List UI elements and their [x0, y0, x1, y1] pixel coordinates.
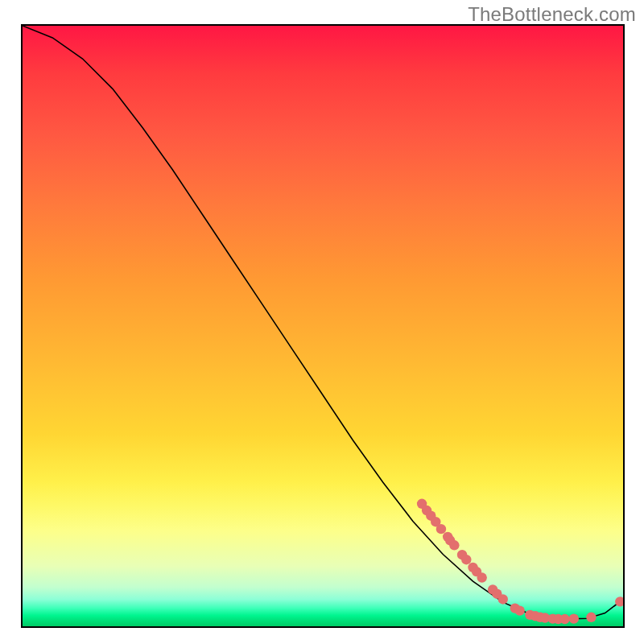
data-marker — [461, 555, 471, 564]
chart-stage: TheBottleneck.com — [0, 0, 644, 644]
data-marker-group — [417, 499, 623, 625]
data-marker — [569, 613, 579, 623]
data-marker — [498, 594, 508, 604]
chart-curve-layer — [23, 26, 623, 626]
bottleneck-curve-line — [23, 26, 623, 619]
watermark-text: TheBottleneck.com — [468, 3, 636, 26]
chart-plot-area — [21, 24, 625, 628]
data-marker — [514, 605, 524, 615]
data-marker — [449, 540, 459, 550]
data-marker — [477, 572, 486, 582]
data-marker — [436, 524, 446, 534]
data-marker — [586, 613, 596, 622]
data-marker — [559, 614, 569, 624]
